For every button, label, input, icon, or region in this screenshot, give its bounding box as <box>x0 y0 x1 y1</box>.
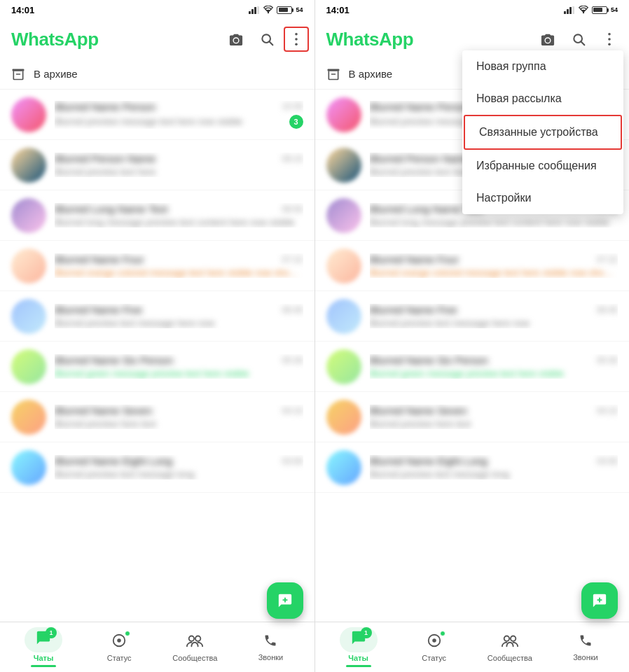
chats-icon-right: 1 <box>351 630 366 650</box>
chat-preview-4-left: Blurred orange colored message text here… <box>55 267 303 278</box>
search-button-right[interactable] <box>565 25 593 53</box>
chat-time-1-left: 10:30 <box>282 102 303 111</box>
nav-chats-left[interactable]: 1 Чаты <box>6 624 81 670</box>
search-icon-left <box>260 32 274 46</box>
calls-label-right: Звонки <box>573 653 598 662</box>
chat-content-6-right: Blurred Name Six Person 05:30 Blurred gr… <box>370 354 618 379</box>
svg-rect-1 <box>251 9 254 14</box>
communities-label-left: Сообщества <box>172 654 217 662</box>
svg-point-28 <box>608 43 611 46</box>
chat-time-6-right: 05:30 <box>597 356 618 365</box>
header-icons-right <box>534 25 623 53</box>
avatar-6-right <box>326 349 361 384</box>
chat-preview-8-left: Blurred preview text message long <box>55 469 303 479</box>
archive-row-left[interactable]: В архиве <box>0 59 314 90</box>
nav-calls-right[interactable]: Звонки <box>548 631 623 664</box>
chats-label-left: Чаты <box>34 654 54 662</box>
chat-item-5-right[interactable]: Blurred Name Five 06:45 Blurred preview … <box>315 291 630 342</box>
svg-rect-20 <box>569 7 572 14</box>
chat-item-6-left[interactable]: Blurred Name Six Person 05:30 Blurred gr… <box>0 342 314 392</box>
more-button-left[interactable] <box>284 27 309 52</box>
wifi-icon-right <box>578 6 589 14</box>
more-icon-left <box>295 33 298 46</box>
communities-label-right: Сообщества <box>488 654 532 662</box>
bottom-nav-right: 1 Чаты Статус <box>315 622 630 672</box>
chat-item-4-right[interactable]: Blurred Name Four 07:22 Blurred orange c… <box>315 241 630 291</box>
chat-item-8-left[interactable]: Blurred Name Eight Long 03:00 Blurred pr… <box>0 442 314 493</box>
menu-new-group[interactable]: Новая группа <box>462 50 623 83</box>
nav-status-right[interactable]: Статус <box>396 630 472 665</box>
status-icon-left <box>111 633 127 652</box>
chat-item-7-right[interactable]: Blurred Name Seven 04:10 Blurred preview… <box>315 392 630 442</box>
avatar-1-right <box>326 97 361 132</box>
chat-time-4-left: 07:22 <box>282 255 303 265</box>
nav-status-left[interactable]: Статус <box>81 630 157 665</box>
search-icon-right <box>572 32 586 46</box>
chat-item-8-right[interactable]: Blurred Name Eight Long 03:00 Blurred pr… <box>315 442 630 493</box>
chat-time-4-right: 07:22 <box>597 255 618 265</box>
chat-content-5-left: Blurred Name Five 06:45 Blurred preview … <box>55 304 303 328</box>
chat-item-2-left[interactable]: Blurred Person Name 09:15 Blurred previe… <box>0 140 314 190</box>
chat-content-1-left: Blurred Name Person 10:30 Blurred previe… <box>55 101 303 129</box>
app-header-left: WhatsApp <box>0 20 314 59</box>
chat-item-3-left[interactable]: Blurred Long Name Text 08:50 Blurred lon… <box>0 190 314 241</box>
avatar-6-left <box>11 349 46 384</box>
chat-content-8-right: Blurred Name Eight Long 03:00 Blurred pr… <box>370 455 618 479</box>
chats-badge-right: 1 <box>361 627 372 638</box>
left-screen: 14:01 54 WhatsAp <box>0 0 314 672</box>
menu-linked-devices[interactable]: Связанные устройства <box>464 115 622 150</box>
fab-icon-left <box>277 593 293 608</box>
fab-left[interactable] <box>267 582 303 619</box>
chat-item-4-left[interactable]: Blurred Name Four 07:22 Blurred orange c… <box>0 241 314 291</box>
chat-preview-6-right: Blurred green message preview text here … <box>370 368 618 379</box>
chat-time-5-left: 06:45 <box>282 305 303 315</box>
right-screen: 14:01 54 WhatsAp <box>315 0 630 672</box>
communities-icon-right <box>502 633 518 652</box>
avatar-4-left <box>11 248 46 284</box>
chat-preview-1-left: Blurred preview message text here now vi… <box>55 116 284 127</box>
menu-new-broadcast[interactable]: Новая рассылка <box>462 83 623 115</box>
nav-communities-left[interactable]: Сообщества <box>157 630 233 665</box>
chat-item-6-right[interactable]: Blurred Name Six Person 05:30 Blurred gr… <box>315 342 630 392</box>
camera-button-left[interactable] <box>222 25 250 53</box>
chat-preview-3-left: Blurred long message preview text conten… <box>55 217 303 227</box>
menu-starred-messages[interactable]: Избранные сообщения <box>462 150 623 182</box>
status-dot-right <box>440 631 445 636</box>
svg-rect-2 <box>254 7 256 14</box>
chat-time-6-left: 05:30 <box>282 356 303 365</box>
battery-icon-left: 54 <box>277 6 303 14</box>
avatar-8-left <box>11 450 46 485</box>
chat-preview-7-right: Blurred preview here text <box>370 419 618 429</box>
fab-right[interactable] <box>581 582 618 619</box>
chat-preview-7-left: Blurred preview here text <box>55 419 303 429</box>
avatar-3-left <box>11 198 46 233</box>
more-button-right[interactable] <box>595 25 623 53</box>
svg-line-7 <box>269 41 272 45</box>
chat-badge-1-left: 3 <box>289 115 303 129</box>
menu-settings[interactable]: Настройки <box>462 182 623 214</box>
nav-chats-right[interactable]: 1 Чаты <box>321 624 396 670</box>
dropdown-menu: Новая группа Новая рассылка Связанные ус… <box>462 50 623 214</box>
chat-item-5-left[interactable]: Blurred Name Five 06:45 Blurred preview … <box>0 291 314 342</box>
chats-indicator-left <box>31 665 56 667</box>
nav-communities-right[interactable]: Сообщества <box>472 630 548 665</box>
archive-label-left: В архиве <box>34 68 78 80</box>
chat-content-2-left: Blurred Person Name 09:15 Blurred previe… <box>55 153 303 177</box>
phone-icon-right <box>579 634 593 648</box>
chats-indicator-right <box>346 665 371 667</box>
header-icons-left <box>222 25 309 53</box>
chat-preview-5-left: Blurred preview text message here now <box>55 318 303 328</box>
chat-content-3-left: Blurred Long Name Text 08:50 Blurred lon… <box>55 203 303 227</box>
communities-icon-left <box>186 633 203 652</box>
chat-name-5-right: Blurred Name Five <box>370 304 591 316</box>
status-icons-right: 54 <box>564 6 618 14</box>
avatar-3-right <box>326 198 361 233</box>
search-button-left[interactable] <box>253 25 281 53</box>
chat-name-3-left: Blurred Long Name Text <box>55 203 276 215</box>
nav-calls-left[interactable]: Звонки <box>233 631 308 664</box>
chat-name-1-left: Blurred Name Person <box>55 101 276 113</box>
chat-item-1-left[interactable]: Blurred Name Person 10:30 Blurred previe… <box>0 90 314 140</box>
chat-item-7-left[interactable]: Blurred Name Seven 04:10 Blurred preview… <box>0 392 314 442</box>
camera-button-right[interactable] <box>534 25 562 53</box>
svg-rect-0 <box>249 11 251 14</box>
